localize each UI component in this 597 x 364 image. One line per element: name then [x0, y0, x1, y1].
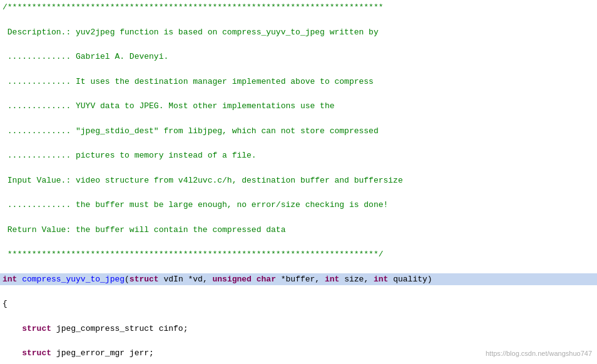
code-line: ****************************************…	[0, 248, 597, 261]
code-line: struct jpeg_compress_struct cinfo;	[0, 323, 597, 335]
code-line: int compress_yuyv_to_jpeg(struct vdIn *v…	[0, 273, 597, 286]
code-container: /***************************************…	[0, 0, 597, 364]
code-line: {	[0, 298, 597, 310]
code-line: Return Value: the buffer will contain th…	[0, 224, 597, 236]
watermark-text: https://blog.csdn.net/wangshuo747	[486, 349, 592, 359]
code-line: ............. It uses the destination ma…	[0, 76, 597, 88]
code-line: ............. pictures to memory instead…	[0, 149, 597, 162]
code-line: ............. the buffer must be large e…	[0, 199, 597, 211]
code-line: /***************************************…	[0, 1, 597, 14]
code-line: ............. "jpeg_stdio_dest" from lib…	[0, 125, 597, 138]
code-line: ............. YUYV data to JPEG. Most ot…	[0, 100, 597, 113]
code-line: ............. Gabriel A. Devenyi.	[0, 51, 597, 63]
code-line: Input Value.: video structure from v4l2u…	[0, 174, 597, 187]
code-line: Description.: yuv2jpeg function is based…	[0, 26, 597, 39]
code-block: /***************************************…	[0, 0, 597, 364]
